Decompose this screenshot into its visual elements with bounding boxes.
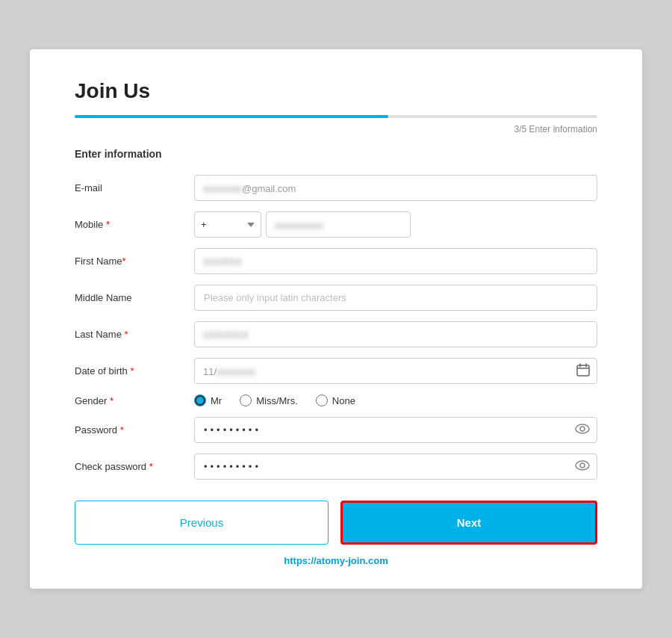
dob-label: Date of birth *: [75, 365, 194, 377]
middle-name-label: Middle Name: [75, 292, 194, 303]
svg-point-4: [576, 424, 589, 433]
page-title: Join Us: [75, 79, 597, 103]
email-label: E-mail: [75, 182, 194, 193]
svg-point-5: [580, 427, 585, 431]
middle-name-input[interactable]: [194, 285, 597, 311]
first-name-row: First Name* XXXXXX: [75, 248, 597, 274]
calendar-icon[interactable]: [576, 363, 590, 380]
next-button[interactable]: Next: [340, 501, 597, 545]
gender-miss-label[interactable]: Miss/Mrs.: [240, 394, 298, 406]
gender-required-star: *: [107, 395, 113, 406]
last-name-required-star: *: [122, 329, 128, 340]
watermark: https://atomy-join.com: [75, 555, 597, 566]
progress-label: 3/5 Enter information: [75, 124, 597, 134]
gender-none-radio[interactable]: [316, 394, 328, 406]
password-row: Password *: [75, 417, 597, 443]
mobile-label: Mobile *: [75, 219, 194, 230]
gender-none-label[interactable]: None: [316, 394, 355, 406]
country-code-select[interactable]: + +1 +44 +82: [194, 211, 261, 238]
buttons-row: Previous Next: [75, 501, 597, 545]
password-field: [194, 417, 597, 443]
progress-bar-container: [75, 115, 597, 118]
svg-point-7: [580, 463, 585, 468]
password-label: Password *: [75, 424, 194, 436]
check-password-required-star: *: [146, 461, 153, 472]
svg-point-6: [576, 461, 589, 470]
password-required-star: *: [117, 424, 124, 436]
last-name-field: XXXXXXX: [194, 321, 597, 347]
mobile-field: + +1 +44 +82 xxxxxxxxxx: [194, 211, 597, 238]
check-password-input[interactable]: [194, 453, 597, 480]
gender-mr-text: Mr: [211, 395, 222, 406]
check-password-eye-icon[interactable]: [575, 460, 590, 474]
first-name-label: First Name*: [75, 255, 194, 267]
previous-button[interactable]: Previous: [75, 501, 329, 545]
first-name-required-star: *: [122, 255, 126, 267]
mobile-number-input[interactable]: [266, 211, 411, 238]
dob-row: Date of birth * 11/xxxxxxxx: [75, 358, 597, 384]
email-field: xxxxxxxx@gmail.com: [194, 175, 597, 201]
gender-miss-radio[interactable]: [240, 394, 252, 406]
dob-required-star: *: [128, 365, 134, 377]
svg-rect-0: [577, 365, 589, 376]
gender-miss-text: Miss/Mrs.: [256, 395, 298, 406]
section-title: Enter information: [75, 148, 597, 160]
gender-label: Gender *: [75, 395, 194, 406]
gender-mr-radio[interactable]: [194, 394, 206, 406]
last-name-label: Last Name *: [75, 329, 194, 340]
gender-mr-label[interactable]: Mr: [194, 394, 222, 406]
dob-field: 11/xxxxxxxx: [194, 358, 597, 384]
last-name-input[interactable]: [194, 321, 597, 347]
check-password-field: [194, 453, 597, 480]
gender-field: Mr Miss/Mrs. None: [194, 394, 597, 406]
check-password-label: Check password *: [75, 461, 194, 472]
password-input[interactable]: [194, 417, 597, 443]
middle-name-row: Middle Name: [75, 285, 597, 311]
first-name-field: XXXXXX: [194, 248, 597, 274]
password-eye-icon[interactable]: [575, 424, 590, 437]
first-name-input[interactable]: [194, 248, 597, 274]
gender-row: Gender * Mr Miss/Mrs. None: [75, 394, 597, 406]
dob-input[interactable]: [194, 358, 597, 384]
check-password-row: Check password *: [75, 453, 597, 480]
last-name-row: Last Name * XXXXXXX: [75, 321, 597, 347]
mobile-required-star: *: [103, 219, 110, 230]
email-input[interactable]: [194, 175, 597, 201]
form-card: Join Us 3/5 Enter information Enter info…: [30, 49, 642, 589]
gender-none-text: None: [332, 395, 355, 406]
email-row: E-mail xxxxxxxx@gmail.com: [75, 175, 597, 201]
progress-bar-fill: [75, 115, 388, 118]
mobile-row: Mobile * + +1 +44 +82 xxxxxxxxxx: [75, 211, 597, 238]
middle-name-field: [194, 285, 597, 311]
